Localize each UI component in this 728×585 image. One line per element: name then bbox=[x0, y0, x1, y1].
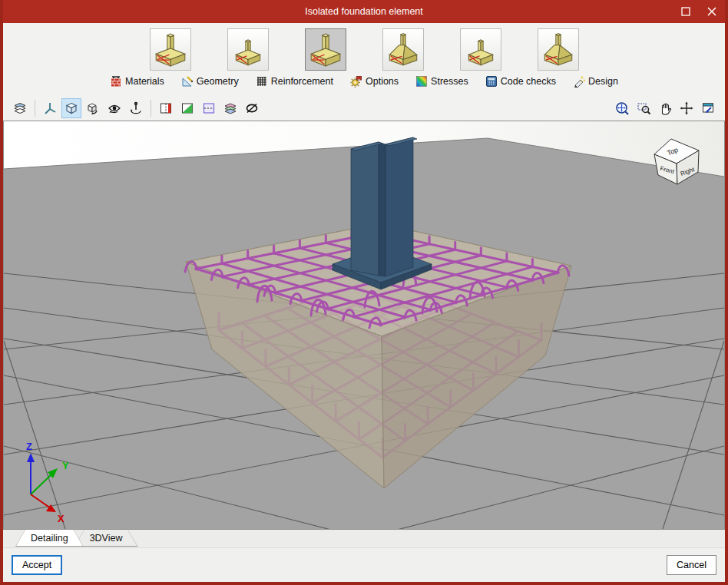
close-button[interactable] bbox=[699, 0, 725, 23]
options-button[interactable]: Options bbox=[350, 75, 399, 88]
isolated-footing-tall-column-icon bbox=[154, 31, 187, 68]
layers-icon bbox=[12, 101, 28, 116]
spin-view-button[interactable] bbox=[126, 98, 146, 118]
zoom-window-icon bbox=[636, 101, 651, 116]
main-toolbar: Materials Geometry Reinforcement bbox=[3, 23, 725, 96]
view-tab-strip: Detailing 3DView bbox=[3, 530, 725, 547]
isolated-footing-short-column-icon bbox=[231, 31, 265, 68]
toolbar-separator bbox=[151, 100, 151, 117]
foundation-type-button-row bbox=[3, 28, 725, 71]
move-view-button[interactable] bbox=[677, 98, 697, 118]
3d-scene[interactable]: Top Front Right Z Y X bbox=[4, 121, 724, 529]
foundation-type-4-button[interactable] bbox=[382, 28, 424, 71]
tab-3dview-label: 3DView bbox=[90, 533, 123, 544]
foundation-type-3-button[interactable] bbox=[305, 28, 346, 71]
isolated-footing-short-column-icon bbox=[464, 31, 498, 68]
foundation-type-5-button[interactable] bbox=[460, 28, 501, 71]
accept-button[interactable]: Accept bbox=[12, 555, 62, 575]
foundation-type-2-button[interactable] bbox=[227, 28, 269, 71]
design-pencil-icon bbox=[573, 75, 585, 88]
rendered-layers-button[interactable] bbox=[220, 98, 240, 118]
code-checks-label: Code checks bbox=[501, 76, 556, 87]
axis-y-label: Y bbox=[62, 460, 69, 471]
3d-viewport[interactable]: Top Front Right Z Y X bbox=[3, 121, 725, 530]
toolbar-label-row: Materials Geometry Reinforcement bbox=[3, 74, 725, 89]
dialog-footer: Accept Cancel bbox=[3, 547, 725, 582]
visibility-button[interactable] bbox=[242, 98, 262, 118]
window-controls bbox=[673, 0, 725, 23]
zoom-extents-icon bbox=[614, 101, 630, 116]
reinforcement-mesh-icon bbox=[256, 75, 268, 88]
options-gear-icon bbox=[350, 75, 362, 88]
design-button[interactable]: Design bbox=[573, 75, 618, 88]
stresses-color-gradient-icon bbox=[415, 75, 428, 88]
cancel-button[interactable]: Cancel bbox=[667, 555, 716, 575]
axes-tripod-button[interactable] bbox=[40, 98, 60, 118]
title-bar: Isolated foundation element bbox=[3, 0, 725, 23]
stresses-button[interactable]: Stresses bbox=[415, 75, 468, 88]
zoom-window-button[interactable] bbox=[634, 98, 654, 118]
pan-hand-icon bbox=[657, 101, 673, 116]
geometry-set-square-icon bbox=[181, 75, 194, 88]
previous-view-button[interactable] bbox=[698, 98, 718, 118]
geometry-button[interactable]: Geometry bbox=[181, 75, 239, 88]
view-toolbar bbox=[3, 96, 725, 121]
section-plane-x-button[interactable] bbox=[156, 98, 176, 118]
tab-detailing-label: Detailing bbox=[31, 533, 68, 544]
orbit-view-button[interactable] bbox=[104, 98, 124, 118]
maximize-button[interactable] bbox=[673, 0, 699, 23]
rendered-layers-icon bbox=[223, 101, 238, 116]
design-label: Design bbox=[588, 76, 618, 87]
isolated-foundation-dialog: Isolated foundation element bbox=[0, 0, 728, 585]
foundation-type-1-button[interactable] bbox=[150, 28, 191, 71]
options-label: Options bbox=[366, 76, 399, 87]
layers-button[interactable] bbox=[10, 98, 30, 118]
previous-view-icon bbox=[700, 101, 716, 116]
materials-button[interactable]: Materials bbox=[110, 75, 164, 88]
code-checks-calculator-icon bbox=[485, 75, 498, 88]
code-checks-button[interactable]: Code checks bbox=[485, 75, 556, 88]
axis-x-label: X bbox=[58, 513, 65, 524]
section-plane-y-icon bbox=[180, 101, 195, 116]
tab-detailing[interactable]: Detailing bbox=[15, 530, 84, 547]
spin-view-icon bbox=[128, 101, 144, 116]
axis-z-label: Z bbox=[26, 441, 32, 452]
section-plane-z-button[interactable] bbox=[199, 98, 219, 118]
reinforcement-label: Reinforcement bbox=[271, 76, 333, 87]
foundation-type-6-button[interactable] bbox=[538, 28, 579, 71]
isometric-view-button[interactable] bbox=[61, 98, 81, 118]
geometry-label: Geometry bbox=[197, 76, 239, 87]
isometric-cube-icon bbox=[64, 101, 79, 116]
visibility-icon bbox=[244, 101, 260, 116]
isolated-footing-sloped-pad-icon bbox=[541, 31, 575, 68]
rotate-cube-icon bbox=[85, 101, 101, 116]
section-plane-x-icon bbox=[158, 101, 174, 116]
section-plane-z-icon bbox=[201, 101, 217, 116]
materials-brick-wall-icon bbox=[110, 75, 122, 88]
orbit-view-icon bbox=[107, 101, 122, 116]
materials-label: Materials bbox=[125, 76, 164, 87]
stresses-label: Stresses bbox=[431, 76, 468, 87]
tab-3dview[interactable]: 3DView bbox=[74, 530, 138, 547]
axes-tripod-icon bbox=[42, 101, 58, 116]
window-title: Isolated foundation element bbox=[3, 6, 725, 17]
zoom-extents-button[interactable] bbox=[612, 98, 632, 118]
rotate-cube-button[interactable] bbox=[83, 98, 103, 118]
isolated-footing-wide-pad-icon bbox=[309, 31, 342, 68]
toolbar-separator bbox=[35, 100, 35, 117]
section-plane-y-button[interactable] bbox=[177, 98, 197, 118]
move-view-icon bbox=[679, 101, 694, 116]
isolated-footing-sloped-pad-icon bbox=[386, 31, 420, 68]
close-icon bbox=[707, 7, 716, 16]
maximize-icon bbox=[681, 7, 690, 16]
pan-button[interactable] bbox=[655, 98, 675, 118]
reinforcement-button[interactable]: Reinforcement bbox=[256, 75, 333, 88]
